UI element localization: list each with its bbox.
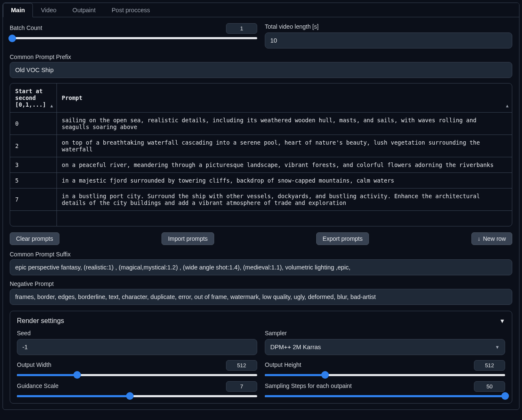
table-row[interactable]: 5in a majestic fjord surrounded by tower… [10, 173, 512, 188]
export-prompts-button[interactable]: Export prompts [316, 232, 369, 245]
table-row[interactable]: 0sailing on the open sea, realistic deta… [10, 113, 512, 135]
sampler-label: Sampler [265, 330, 505, 337]
cell-start[interactable]: 5 [10, 173, 57, 188]
total-video-length-label: Total video length [s] [265, 23, 512, 30]
cell-prompt[interactable]: sailing on the open sea, realistic detai… [57, 113, 512, 135]
table-row[interactable]: 3on a peaceful river, meandering through… [10, 157, 512, 173]
common-prefix-input[interactable] [10, 62, 512, 78]
cell-prompt[interactable]: on top of a breathtaking waterfall casca… [57, 135, 512, 157]
cell-prompt[interactable]: in a bustling port city. Surround the sh… [57, 188, 512, 211]
total-video-length-group: Total video length [s] [265, 23, 512, 48]
table-row-empty[interactable] [10, 211, 512, 226]
output-height-value[interactable] [474, 360, 505, 371]
tabs-bar: Main Video Outpaint Post proccess [3, 3, 519, 17]
batch-count-slider[interactable] [10, 37, 257, 39]
guidance-scale-slider[interactable] [17, 395, 257, 397]
output-height-label: Output Height [265, 361, 301, 368]
common-suffix-input[interactable] [10, 259, 512, 275]
tab-main[interactable]: Main [3, 3, 33, 17]
output-height-slider[interactable] [265, 374, 505, 376]
sort-icon: ▲ [506, 103, 509, 108]
negative-prompt-input[interactable] [10, 289, 512, 305]
total-video-length-input[interactable] [265, 32, 512, 48]
table-row[interactable]: 7in a bustling port city. Surround the s… [10, 188, 512, 211]
sampling-steps-slider[interactable] [265, 395, 505, 397]
negative-prompt-label: Negative Prompt [10, 280, 54, 287]
seed-label: Seed [17, 330, 257, 337]
import-prompts-button[interactable]: Import prompts [161, 232, 214, 245]
collapse-icon[interactable]: ▼ [499, 318, 505, 324]
cell-prompt[interactable]: on a peaceful river, meandering through … [57, 157, 512, 173]
seed-input[interactable] [17, 339, 257, 355]
prompts-table: Start at second [0,1,...] ▲ Prompt ▲ 0sa… [10, 83, 512, 226]
sampling-steps-value[interactable] [474, 381, 505, 392]
batch-count-label: Batch Count [10, 24, 42, 31]
sampler-select[interactable]: DPM++ 2M Karras ▼ [265, 339, 505, 355]
table-row[interactable]: 2on top of a breathtaking waterfall casc… [10, 135, 512, 157]
sort-icon: ▲ [50, 103, 53, 108]
render-settings-title: Render settings [17, 317, 64, 325]
common-suffix-label: Common Prompt Suffix [10, 251, 70, 258]
output-width-value[interactable] [226, 360, 257, 371]
batch-count-group: Batch Count [10, 23, 257, 48]
chevron-down-icon: ▼ [495, 345, 500, 350]
new-row-button[interactable]: ↓ New row [471, 232, 512, 245]
clear-prompts-button[interactable]: Clear prompts [10, 232, 59, 245]
col-header-start[interactable]: Start at second [0,1,...] ▲ [10, 83, 57, 113]
common-prefix-label: Common Prompt Prefix [10, 54, 71, 60]
guidance-scale-value[interactable] [226, 381, 257, 392]
col-header-prompt[interactable]: Prompt ▲ [57, 83, 512, 113]
tab-post-process[interactable]: Post proccess [104, 3, 158, 17]
arrow-down-icon: ↓ [478, 235, 481, 242]
guidance-scale-label: Guidance Scale [17, 382, 59, 389]
sampling-steps-label: Sampling Steps for each outpaint [265, 382, 352, 389]
cell-start[interactable]: 7 [10, 188, 57, 211]
cell-start[interactable]: 0 [10, 113, 57, 135]
output-width-label: Output Width [17, 361, 51, 368]
cell-prompt[interactable]: in a majestic fjord surrounded by toweri… [57, 173, 512, 188]
tab-outpaint[interactable]: Outpaint [65, 3, 104, 17]
tab-video[interactable]: Video [33, 3, 65, 17]
batch-count-value[interactable] [226, 23, 257, 34]
output-width-slider[interactable] [17, 374, 257, 376]
cell-start[interactable]: 3 [10, 157, 57, 173]
render-settings-section: Render settings ▼ Seed Sampler DPM++ 2M … [10, 311, 512, 404]
cell-start[interactable]: 2 [10, 135, 57, 157]
